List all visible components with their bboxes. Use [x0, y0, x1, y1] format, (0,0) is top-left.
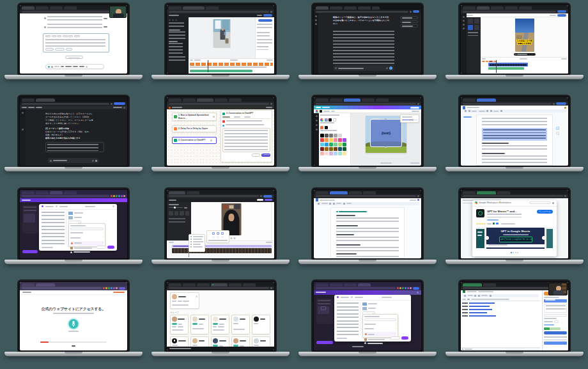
- menu-items[interactable]: [169, 22, 184, 27]
- tool-icon[interactable]: [212, 232, 215, 235]
- save-button[interactable]: [257, 199, 263, 201]
- profile-link[interactable]: [233, 329, 245, 330]
- formula-input[interactable]: [471, 299, 509, 300]
- palette-swatch[interactable]: [338, 143, 342, 146]
- extension-icon[interactable]: [118, 195, 120, 197]
- menu-item[interactable]: [193, 244, 201, 245]
- gallery-dot[interactable]: [517, 252, 518, 253]
- upgrade-button[interactable]: [263, 195, 272, 198]
- browser-tab-bar[interactable]: [167, 190, 274, 194]
- row-thumbnail[interactable]: [362, 302, 367, 306]
- sidebar-select[interactable]: [544, 314, 567, 317]
- preset-tile[interactable]: [169, 211, 173, 216]
- install-button[interactable]: インストール: [537, 210, 553, 214]
- canva-left-rail[interactable]: [314, 113, 319, 166]
- extension-icon[interactable]: [397, 287, 399, 289]
- spreadsheet-title[interactable]: [467, 291, 477, 292]
- audio-track[interactable]: [190, 70, 252, 72]
- zoom-controls[interactable]: [266, 242, 272, 243]
- palette-swatch[interactable]: [320, 138, 324, 142]
- developer-link[interactable]: [487, 219, 499, 221]
- link-pill[interactable]: [400, 20, 418, 24]
- gallery-thumb-left[interactable]: [476, 229, 484, 248]
- slider-handle[interactable]: [412, 119, 414, 121]
- audio-clip[interactable]: [488, 67, 524, 70]
- secondary-button[interactable]: [252, 153, 260, 157]
- grid-icon[interactable]: [51, 66, 53, 68]
- palette-swatch[interactable]: [343, 138, 346, 142]
- palette-swatch[interactable]: [338, 134, 342, 137]
- gallery-main-slide[interactable]: GPT in Google Sheets =GPT("write a tagli…: [486, 228, 545, 249]
- menu-item[interactable]: [36, 107, 42, 108]
- extension-icons[interactable]: [397, 287, 412, 289]
- dropdown-option[interactable]: [74, 251, 90, 253]
- stepper[interactable]: [554, 320, 559, 323]
- bookmark-icon[interactable]: [270, 11, 272, 13]
- menu-item[interactable]: [193, 246, 203, 247]
- share-button[interactable]: [410, 200, 416, 201]
- browser-tab-bar[interactable]: [461, 5, 568, 10]
- docs-toolbar[interactable]: [463, 109, 566, 113]
- text-icon[interactable]: [175, 19, 177, 21]
- extension-icon[interactable]: [123, 195, 125, 197]
- slider-handle[interactable]: [174, 207, 176, 208]
- palette-swatch[interactable]: [343, 143, 346, 146]
- palette-swatch[interactable]: [334, 134, 337, 137]
- tool-icon[interactable]: [217, 236, 219, 239]
- cell-link[interactable]: [469, 309, 492, 310]
- gallery-dot[interactable]: [515, 252, 516, 253]
- browser-tab[interactable]: [36, 6, 49, 10]
- row-thumbnail[interactable]: [68, 216, 73, 219]
- sheet-grid[interactable]: [461, 301, 540, 347]
- extension-icon[interactable]: [116, 195, 118, 197]
- timeline[interactable]: [481, 57, 568, 74]
- palette-swatch[interactable]: [320, 147, 324, 151]
- cell-link[interactable]: [469, 306, 490, 307]
- zoom-indicator[interactable]: [410, 162, 419, 164]
- background-purple-button[interactable]: [22, 250, 38, 253]
- sheet-tabs-bar[interactable]: [461, 347, 540, 350]
- palette-swatch[interactable]: [325, 147, 329, 151]
- prompt-input[interactable]: [48, 158, 99, 163]
- playback-controls[interactable]: [230, 59, 238, 61]
- subtitle-clips-track[interactable]: [190, 63, 273, 66]
- menu-items[interactable]: [169, 43, 183, 54]
- cancel-button[interactable]: [391, 336, 400, 340]
- preset-tile[interactable]: [180, 211, 184, 216]
- resize-handle[interactable]: [385, 146, 387, 148]
- default-palette-grid[interactable]: [320, 134, 348, 155]
- browser-tab-bar[interactable]: [314, 97, 421, 102]
- extension-icon[interactable]: [103, 287, 105, 289]
- file-menu[interactable]: [322, 107, 330, 108]
- send-icon[interactable]: [95, 160, 97, 162]
- palette-swatch[interactable]: [320, 143, 324, 146]
- doc-title[interactable]: [320, 200, 335, 201]
- extension-icon[interactable]: [402, 287, 404, 289]
- my-profile-card[interactable]: [170, 292, 199, 309]
- gradient-swatch[interactable]: [325, 118, 328, 122]
- extension-icon[interactable]: [410, 287, 412, 289]
- member-card[interactable]: [190, 315, 209, 334]
- filmstrip-track[interactable]: [172, 248, 272, 253]
- palette-swatch[interactable]: [334, 143, 337, 146]
- property-rows[interactable]: [257, 39, 272, 44]
- asset-tile-selected[interactable]: [468, 25, 473, 30]
- back-project[interactable]: [169, 200, 176, 201]
- color-swatch[interactable]: [329, 118, 332, 122]
- link-pill[interactable]: [400, 16, 418, 19]
- property-rows[interactable]: [257, 32, 270, 37]
- timeline[interactable]: [167, 240, 274, 258]
- extension-icon[interactable]: [399, 287, 401, 289]
- subtitle-track[interactable]: [172, 245, 272, 247]
- attach-icon[interactable]: [335, 67, 337, 69]
- row-thumbnail[interactable]: [362, 307, 367, 310]
- browser-tab-bar[interactable]: [314, 282, 421, 287]
- palette-swatch[interactable]: [338, 138, 342, 142]
- create-plan-button[interactable]: [65, 56, 83, 59]
- chip[interactable]: [63, 35, 68, 37]
- panel-primary-button[interactable]: [258, 19, 272, 22]
- sheets-menu-bar[interactable]: [461, 290, 540, 294]
- palette-swatch[interactable]: [329, 152, 333, 155]
- share-icon[interactable]: [79, 66, 84, 67]
- suggestion-chip[interactable]: [66, 48, 72, 51]
